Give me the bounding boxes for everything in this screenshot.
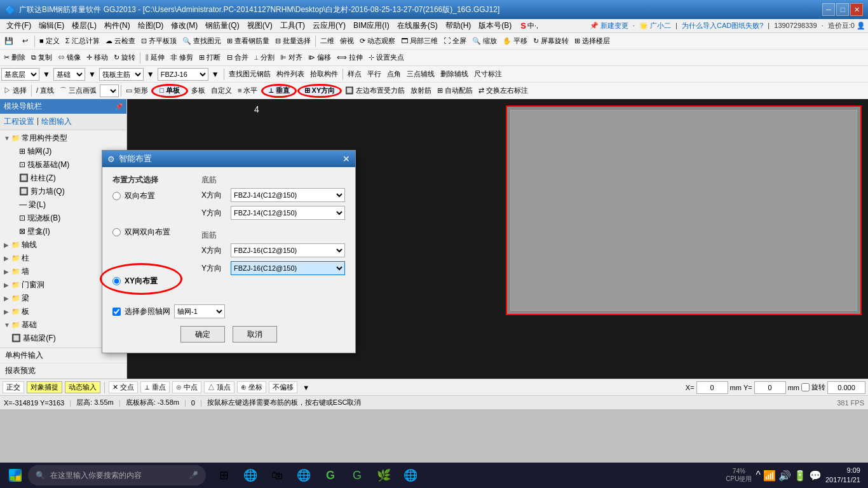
- tb-rotate-btn[interactable]: ↻ 旋转: [111, 51, 138, 65]
- taskbar-app-g2[interactable]: G: [344, 463, 370, 488]
- dialog-title-bar[interactable]: ⚙ 智能布置 ✕: [102, 151, 355, 167]
- tb-align-top-btn[interactable]: ⊡ 齐平板顶: [139, 34, 179, 48]
- pin-icon[interactable]: 📌: [115, 103, 123, 110]
- base-type-dropdown[interactable]: 基础: [53, 68, 85, 81]
- tb-break-btn[interactable]: ⊞ 打断: [196, 51, 223, 65]
- menu-layer[interactable]: 楼层(L): [68, 19, 100, 32]
- radio-double-net[interactable]: 双网双向布置: [112, 227, 195, 238]
- taskbar-app-ie[interactable]: 🌐: [291, 463, 316, 488]
- tb-split-btn[interactable]: ⟂ 分割: [252, 51, 277, 65]
- tb-line-btn[interactable]: / 直线: [34, 84, 57, 98]
- radio-double-dir[interactable]: 双向布置: [112, 191, 195, 201]
- tb-select-btn[interactable]: ▷ 选择: [1, 84, 29, 98]
- tb-pick-comp-btn[interactable]: 拾取构件: [308, 67, 341, 81]
- tb-undo-btn[interactable]: ↩: [17, 34, 32, 48]
- taskbar-search-box[interactable]: 🔍 在这里输入你要搜索的内容 🎤: [28, 465, 206, 485]
- user-icon[interactable]: 👤: [857, 22, 865, 29]
- tb-angle-pt-btn[interactable]: 点角: [384, 67, 403, 81]
- tb-custom-btn[interactable]: 自定义: [208, 84, 234, 98]
- tb-auto-dist-btn[interactable]: ⊞ 自动配筋: [435, 84, 475, 98]
- minimize-button[interactable]: ─: [822, 3, 835, 16]
- tb-vertical-btn[interactable]: ⊥ 垂直: [261, 84, 297, 98]
- taskbar-app-g1[interactable]: G: [318, 463, 343, 488]
- bottom-x-select[interactable]: FBZJ-14(C12@150): [231, 188, 345, 202]
- tb-new-btn[interactable]: 💾: [1, 34, 17, 48]
- tray-network[interactable]: 📶: [763, 470, 776, 482]
- snap-intersect[interactable]: ✕ 交点: [109, 381, 138, 393]
- tb-side-dist-btn[interactable]: 🔲 左边布置受力筋: [342, 84, 407, 98]
- menu-component[interactable]: 构件(N): [100, 19, 134, 32]
- snap-top[interactable]: △ 顶点: [204, 381, 234, 393]
- tb-extend-btn[interactable]: ‖ 延伸: [142, 51, 167, 65]
- tb-pan-btn[interactable]: ✋ 平移: [500, 34, 530, 48]
- tb-find-rebar-btn[interactable]: 查找图元钢筋: [226, 67, 273, 81]
- menu-help[interactable]: 帮助(H): [442, 19, 475, 32]
- top-x-select[interactable]: FBZJ-16(C12@150): [231, 243, 345, 257]
- maximize-button[interactable]: □: [836, 3, 849, 16]
- top-y-select[interactable]: FBZJ-16(C12@150): [231, 261, 345, 275]
- system-clock[interactable]: 9:09 2017/11/21: [825, 466, 860, 485]
- taskbar-app-edge[interactable]: 🌐: [238, 463, 263, 488]
- tb-delete-btn[interactable]: ✂ 删除: [1, 51, 28, 65]
- menu-view[interactable]: 视图(V): [243, 19, 276, 32]
- new-change-btn[interactable]: 📌 新建变更: [590, 22, 628, 29]
- menu-edit[interactable]: 编辑(E): [35, 19, 68, 32]
- start-button[interactable]: [3, 463, 28, 488]
- tb-switch-mark-btn[interactable]: ⇄ 交换左右标注: [476, 84, 531, 98]
- axis-net-select[interactable]: 轴网-1: [174, 304, 225, 318]
- help-link[interactable]: 为什么导入CAD图纸失败?: [682, 22, 763, 29]
- tb-xy-dir-btn[interactable]: ⊞ XY方向: [297, 84, 342, 98]
- dialog-confirm-btn[interactable]: 确定: [180, 326, 225, 342]
- dialog-cancel-btn[interactable]: 取消: [233, 326, 277, 342]
- tb-grip-btn[interactable]: ⊹ 设置夹点: [366, 51, 407, 65]
- y-coord-input[interactable]: [754, 381, 786, 394]
- rotate-input[interactable]: [827, 381, 865, 394]
- tb-3pt-arc-btn[interactable]: ⌒ 三点画弧: [57, 84, 99, 98]
- rotate-checkbox[interactable]: [801, 383, 810, 391]
- taskbar-app-store[interactable]: 🛍: [264, 463, 290, 488]
- tb-copy-btn[interactable]: ⧉ 复制: [29, 51, 55, 65]
- snap-mid[interactable]: ⊙ 中点: [172, 381, 201, 393]
- tb-dynamic-btn[interactable]: ⟳ 动态观察: [357, 34, 398, 48]
- menu-modify[interactable]: 修改(M): [167, 19, 201, 32]
- report-preview[interactable]: 报表预览: [0, 363, 126, 379]
- radio-xy-dir[interactable]: XY向布置: [112, 276, 195, 287]
- tb-comp-list-btn[interactable]: 构件列表: [274, 67, 307, 81]
- tb-radial-btn[interactable]: 放射筋: [408, 84, 434, 98]
- nav-project-settings[interactable]: 工程设置: [4, 116, 34, 127]
- bottom-y-select[interactable]: FBZJ-14(C12@150): [231, 206, 345, 220]
- taskbar-app-taskview[interactable]: ⊞: [211, 463, 236, 488]
- brand-link[interactable]: 🌟 广小二: [639, 22, 671, 29]
- tb-cloud-check-btn[interactable]: ☁ 云检查: [103, 34, 138, 48]
- tb-trim-btn[interactable]: 非 修剪: [168, 51, 196, 65]
- menu-rebar-qty[interactable]: 钢筋量(Q): [201, 19, 243, 32]
- tb-top-view-btn[interactable]: 俯视: [337, 34, 356, 48]
- tb-water-horiz-btn[interactable]: ≡ 水平: [235, 84, 260, 98]
- tb-sample-pt-btn[interactable]: 样点: [345, 67, 364, 81]
- tb-floor-sel-btn[interactable]: ⊞ 选择楼层: [572, 34, 613, 48]
- layer-dropdown[interactable]: 基底层: [1, 68, 39, 81]
- menu-draw[interactable]: 绘图(D): [134, 19, 168, 32]
- tray-volume[interactable]: 🔊: [778, 470, 791, 482]
- menu-online[interactable]: 在线服务(S): [393, 19, 442, 32]
- tray-action-center[interactable]: 💬: [809, 470, 822, 482]
- tb-multi-board-btn[interactable]: 多板: [189, 84, 208, 98]
- tb-zoom-btn[interactable]: 🔍 缩放: [470, 34, 499, 48]
- tb-offset-btn[interactable]: ⧐ 偏移: [306, 51, 334, 65]
- taskbar-app-g3[interactable]: 🌿: [371, 463, 397, 488]
- menu-bim[interactable]: BIM应用(I): [349, 19, 393, 32]
- snap-dynamic[interactable]: 动态输入: [65, 381, 100, 393]
- dialog-close-btn[interactable]: ✕: [342, 154, 350, 164]
- rebar-spec-dropdown[interactable]: FBZJ-16: [158, 68, 208, 81]
- tb-2d-btn[interactable]: 二维: [318, 34, 337, 48]
- snap-ortho[interactable]: 正交: [3, 381, 24, 393]
- snap-object[interactable]: 对象捕捉: [27, 381, 62, 393]
- tb-define-btn[interactable]: ■ 定义: [37, 34, 62, 48]
- tb-dim-btn[interactable]: 尺寸标注: [471, 67, 505, 81]
- tray-arrow[interactable]: ^: [756, 470, 761, 481]
- taskbar-app-network[interactable]: 🌐: [398, 463, 423, 488]
- tb-merge-btn[interactable]: ⊟ 合并: [224, 51, 251, 65]
- arc-type-dropdown[interactable]: [100, 85, 119, 97]
- tb-rect-btn[interactable]: ▭ 矩形: [123, 84, 151, 98]
- close-button[interactable]: ✕: [850, 3, 863, 16]
